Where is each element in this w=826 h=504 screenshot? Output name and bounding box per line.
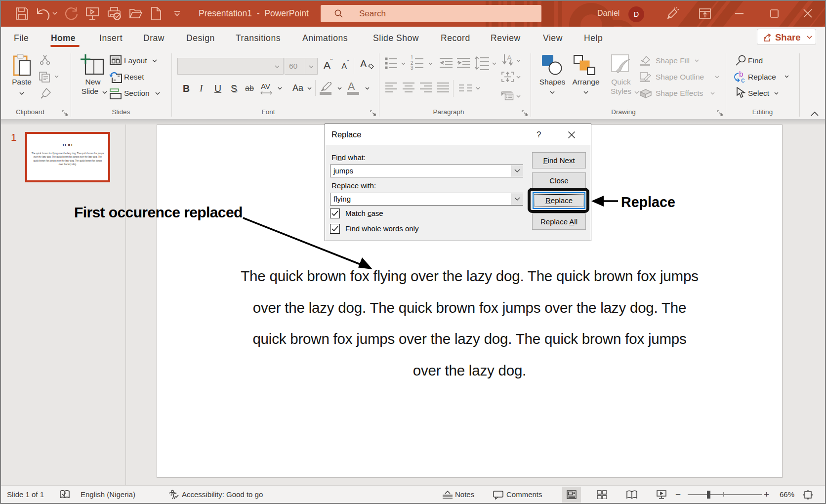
svg-text:c: c (741, 76, 745, 84)
